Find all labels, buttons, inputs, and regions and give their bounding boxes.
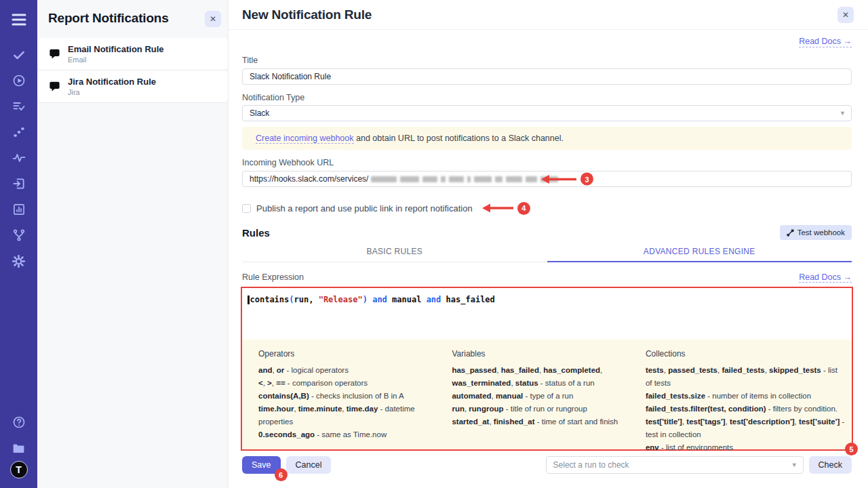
red-arrow-left-icon bbox=[481, 203, 515, 214]
red-arrow-left-icon bbox=[540, 174, 578, 184]
annotation-highlight-box: contains(run, "Release") and manual and … bbox=[241, 287, 853, 451]
panel-title: Report Notifications bbox=[48, 11, 169, 26]
play-circle-icon[interactable] bbox=[0, 68, 37, 94]
branch-icon[interactable] bbox=[0, 222, 37, 248]
slack-info-box: Create incoming webhook and obtain URL t… bbox=[242, 127, 852, 150]
steps-icon[interactable] bbox=[0, 119, 37, 145]
annotation-3: 3 bbox=[540, 173, 593, 186]
projects-folder-icon[interactable] bbox=[0, 435, 37, 461]
webhook-url-label: Incoming Webhook URL bbox=[242, 158, 852, 168]
page-title: New Notification Rule bbox=[242, 7, 372, 22]
rule-title: Email Notification Rule bbox=[68, 44, 164, 54]
title-input-value: Slack Notification Rule bbox=[250, 72, 331, 81]
speech-bubble-icon bbox=[48, 47, 61, 60]
check-button[interactable]: Check bbox=[809, 456, 852, 474]
new-notification-rule-modal: New Notification Rule ✕ Read Docs → Titl… bbox=[229, 0, 868, 488]
title-input[interactable]: Slack Notification Rule bbox=[242, 68, 852, 85]
text-cursor bbox=[248, 296, 250, 304]
report-notifications-panel: Report Notifications ✕ Email Notificatio… bbox=[37, 0, 229, 488]
app-sidebar: T bbox=[0, 0, 37, 488]
rules-heading: Rules bbox=[242, 227, 270, 239]
help-column: Collectionstests, passed_tests, failed_t… bbox=[646, 349, 845, 449]
rule-expression-editor[interactable]: contains(run, "Release") and manual and … bbox=[242, 288, 852, 340]
webhook-url-input[interactable]: https://hooks.slack.com/services/ 3 bbox=[242, 171, 852, 187]
tab-advanced-rules-engine[interactable]: ADVANCED RULES ENGINE bbox=[547, 243, 852, 262]
run-select-placeholder: Select a run to check bbox=[553, 460, 629, 470]
create-webhook-link[interactable]: Create incoming webhook bbox=[256, 134, 354, 144]
read-docs-link[interactable]: Read Docs → bbox=[799, 37, 852, 47]
chevron-down-icon: ▼ bbox=[791, 462, 797, 468]
panel-close-icon[interactable]: ✕ bbox=[205, 11, 221, 27]
menu-icon[interactable] bbox=[0, 7, 37, 33]
list-item[interactable]: Email Notification RuleEmail bbox=[37, 38, 228, 70]
notification-type-label: Notification Type bbox=[242, 93, 852, 103]
webhook-url-value: https://hooks.slack.com/services/ bbox=[250, 174, 368, 184]
rule-expression-label: Rule Expression bbox=[242, 272, 304, 282]
title-label: Title bbox=[242, 56, 852, 66]
sign-in-icon[interactable] bbox=[0, 171, 37, 197]
run-select[interactable]: Select a run to check ▼ bbox=[546, 456, 804, 474]
expression-help-panel: Operatorsand, or - logical operators<, >… bbox=[242, 340, 852, 449]
redacted-token bbox=[371, 176, 558, 182]
notification-rules-list: Email Notification RuleEmailJira Notific… bbox=[37, 34, 228, 103]
notification-type-select[interactable]: Slack ▼ bbox=[242, 105, 852, 121]
publish-report-label: Publish a report and use public link in … bbox=[256, 203, 473, 214]
rule-type: Jira bbox=[68, 88, 156, 96]
info-text: and obtain URL to post notifications to … bbox=[354, 134, 564, 143]
list-item[interactable]: Jira Notification RuleJira bbox=[37, 70, 228, 103]
rule-type: Email bbox=[68, 56, 164, 64]
save-button[interactable]: Save 6 bbox=[242, 456, 281, 474]
chevron-down-icon: ▼ bbox=[840, 110, 846, 117]
annotation-5: 5 bbox=[845, 443, 858, 455]
modal-close-icon[interactable]: ✕ bbox=[837, 7, 854, 23]
annotation-4: 4 bbox=[481, 202, 530, 215]
bar-chart-icon[interactable] bbox=[0, 197, 37, 222]
user-avatar[interactable]: T bbox=[10, 461, 28, 479]
test-webhook-button[interactable]: Test webhook bbox=[780, 225, 852, 240]
activity-icon[interactable] bbox=[0, 145, 37, 171]
publish-report-checkbox[interactable] bbox=[242, 204, 251, 213]
settings-gear-icon[interactable] bbox=[0, 248, 37, 274]
cancel-button[interactable]: Cancel bbox=[286, 456, 332, 474]
help-icon[interactable] bbox=[0, 409, 37, 435]
check-icon[interactable] bbox=[0, 42, 37, 68]
help-column: Operatorsand, or - logical operators<, >… bbox=[258, 349, 435, 449]
annotation-6: 6 bbox=[275, 468, 288, 481]
tab-basic-rules[interactable]: BASIC RULES bbox=[242, 243, 547, 262]
read-docs-link-2[interactable]: Read Docs → bbox=[799, 272, 852, 283]
rule-title: Jira Notification Rule bbox=[68, 77, 156, 87]
connector-icon bbox=[787, 229, 794, 237]
speech-bubble-icon bbox=[48, 80, 61, 93]
rules-tabs: BASIC RULES ADVANCED RULES ENGINE bbox=[242, 243, 852, 262]
notification-type-value: Slack bbox=[250, 108, 269, 118]
list-check-icon[interactable] bbox=[0, 94, 37, 119]
help-column: Variableshas_passed, has_failed, has_com… bbox=[452, 349, 629, 449]
